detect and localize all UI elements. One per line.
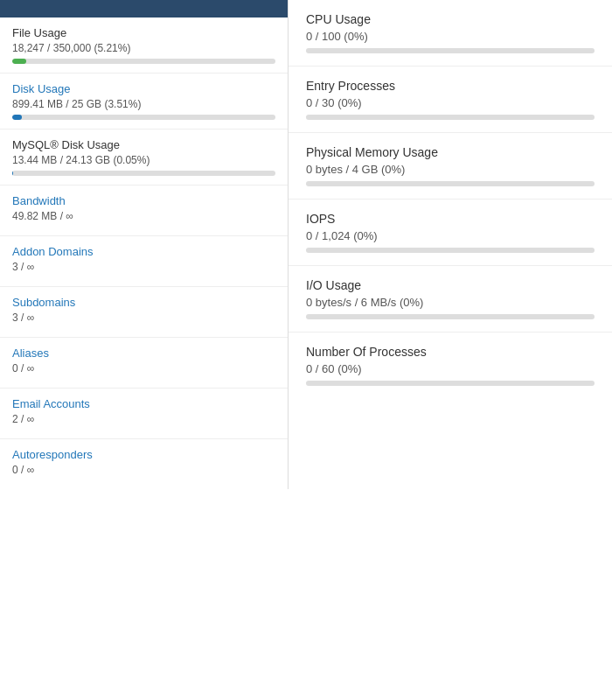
- right-stat-item: CPU Usage0 / 100 (0%): [289, 0, 612, 66]
- progress-bar-fill: [12, 171, 13, 176]
- right-stat-value: 0 bytes / 4 GB (0%): [306, 163, 595, 176]
- right-stat-item: IOPS0 / 1,024 (0%): [289, 200, 612, 266]
- progress-bar-bg: [12, 171, 275, 176]
- stat-label[interactable]: Subdomains: [12, 296, 275, 309]
- left-items-container: File Usage18,247 / 350,000 (5.21%)Disk U…: [0, 18, 288, 489]
- left-stat-item: Email Accounts2 / ∞: [0, 388, 288, 439]
- stat-label[interactable]: Bandwidth: [12, 194, 275, 207]
- right-stat-value: 0 / 60 (0%): [306, 362, 595, 375]
- statistics-panel: File Usage18,247 / 350,000 (5.21%)Disk U…: [0, 0, 612, 489]
- right-stat-label: CPU Usage: [306, 12, 595, 26]
- right-items-container: CPU Usage0 / 100 (0%)Entry Processes0 / …: [289, 0, 612, 398]
- right-stat-label: Number Of Processes: [306, 345, 595, 359]
- right-stat-label: I/O Usage: [306, 278, 595, 292]
- left-stat-item: File Usage18,247 / 350,000 (5.21%): [0, 18, 288, 74]
- right-stat-label: Entry Processes: [306, 79, 595, 93]
- stat-value: 3 / ∞: [12, 312, 275, 324]
- left-stat-item: Subdomains3 / ∞: [0, 287, 288, 338]
- right-stat-value: 0 / 30 (0%): [306, 96, 595, 109]
- right-stat-item: Physical Memory Usage0 bytes / 4 GB (0%): [289, 133, 612, 200]
- progress-bar-bg: [12, 115, 275, 120]
- stat-value: 49.82 MB / ∞: [12, 210, 275, 222]
- progress-bar-bg: [306, 181, 595, 186]
- stat-label: MySQL® Disk Usage: [12, 138, 275, 151]
- stat-value: 0 / ∞: [12, 464, 275, 476]
- right-stat-label: Physical Memory Usage: [306, 145, 595, 159]
- stat-label[interactable]: Addon Domains: [12, 245, 275, 258]
- left-stat-item: Addon Domains3 / ∞: [0, 236, 288, 287]
- stat-value: 13.44 MB / 24.13 GB (0.05%): [12, 154, 275, 166]
- stat-label: File Usage: [12, 26, 275, 39]
- stat-label[interactable]: Email Accounts: [12, 397, 275, 410]
- progress-bar-bg: [306, 248, 595, 253]
- progress-bar-bg: [306, 314, 595, 319]
- right-stat-value: 0 / 100 (0%): [306, 30, 595, 43]
- progress-bar-fill: [12, 59, 26, 64]
- stat-label[interactable]: Disk Usage: [12, 82, 275, 95]
- left-panel: File Usage18,247 / 350,000 (5.21%)Disk U…: [0, 0, 289, 489]
- left-stat-item: Aliases0 / ∞: [0, 338, 288, 388]
- progress-bar-bg: [12, 59, 275, 64]
- stat-value: 3 / ∞: [12, 261, 275, 273]
- stat-label[interactable]: Autoresponders: [12, 448, 275, 461]
- stat-label[interactable]: Aliases: [12, 346, 275, 360]
- left-stat-item: MySQL® Disk Usage13.44 MB / 24.13 GB (0.…: [0, 130, 288, 186]
- right-stat-value: 0 / 1,024 (0%): [306, 229, 595, 242]
- stat-value: 0 / ∞: [12, 362, 275, 374]
- left-stat-item: Bandwidth49.82 MB / ∞: [0, 186, 288, 236]
- left-stat-item: Autoresponders0 / ∞: [0, 439, 288, 489]
- progress-bar-bg: [306, 48, 595, 53]
- right-stat-value: 0 bytes/s / 6 MB/s (0%): [306, 296, 595, 309]
- right-stat-item: Number Of Processes0 / 60 (0%): [289, 332, 612, 398]
- progress-bar-bg: [306, 381, 595, 386]
- right-panel: CPU Usage0 / 100 (0%)Entry Processes0 / …: [289, 0, 612, 489]
- right-stat-item: Entry Processes0 / 30 (0%): [289, 66, 612, 133]
- right-stat-item: I/O Usage0 bytes/s / 6 MB/s (0%): [289, 266, 612, 332]
- stat-value: 2 / ∞: [12, 413, 275, 425]
- progress-bar-bg: [306, 115, 595, 120]
- stat-value: 18,247 / 350,000 (5.21%): [12, 42, 275, 54]
- progress-bar-fill: [12, 115, 22, 120]
- right-stat-label: IOPS: [306, 212, 595, 226]
- left-stat-item: Disk Usage899.41 MB / 25 GB (3.51%): [0, 74, 288, 130]
- stats-header: [0, 0, 288, 18]
- stat-value: 899.41 MB / 25 GB (3.51%): [12, 98, 275, 110]
